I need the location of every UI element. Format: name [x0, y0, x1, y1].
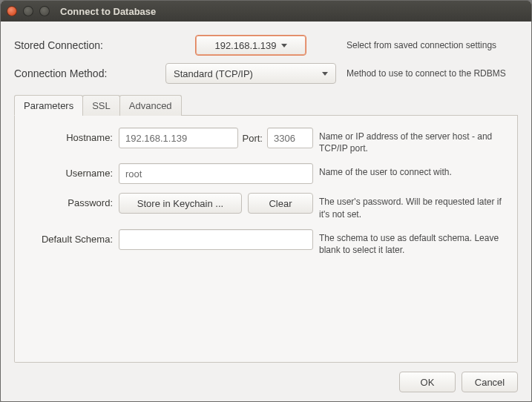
stored-connection-combo[interactable]: 192.168.1.139 [195, 35, 306, 56]
tab-advanced[interactable]: Advanced [119, 95, 182, 116]
tabbar: Parameters SSL Advanced [14, 94, 518, 116]
chevron-down-icon [281, 44, 287, 47]
parameters-panel: Hostname: Port: Name or IP address of th… [14, 116, 518, 363]
default-schema-label: Default Schema: [25, 229, 113, 245]
cancel-button[interactable]: Cancel [462, 372, 518, 392]
hostname-label: Hostname: [25, 128, 113, 143]
stored-connection-label: Stored Connection: [14, 39, 155, 51]
store-keychain-button[interactable]: Store in Keychain ... [119, 193, 242, 214]
default-schema-desc: The schema to use as default schema. Lea… [319, 229, 507, 256]
username-input[interactable] [119, 163, 313, 184]
username-desc: Name of the user to connect with. [319, 163, 507, 178]
stored-connection-value: 192.168.1.139 [214, 40, 276, 51]
connection-method-value: Standard (TCP/IP) [174, 68, 253, 79]
close-icon[interactable] [7, 6, 17, 16]
window-title: Connect to Database [60, 6, 156, 17]
dialog-window: Connect to Database Stored Connection: 1… [0, 0, 532, 402]
dialog-footer: OK Cancel [14, 363, 518, 392]
connection-method-label: Connection Method: [14, 67, 155, 79]
tab-parameters[interactable]: Parameters [14, 95, 83, 116]
dialog-content: Stored Connection: 192.168.1.139 Select … [1, 22, 531, 401]
connection-method-combo[interactable]: Standard (TCP/IP) [165, 63, 336, 84]
tab-ssl[interactable]: SSL [82, 95, 120, 116]
password-label: Password: [25, 193, 113, 208]
default-schema-input[interactable] [119, 229, 313, 250]
titlebar: Connect to Database [1, 1, 531, 22]
password-desc: The user's password. Will be requested l… [319, 193, 507, 220]
ok-button[interactable]: OK [399, 372, 456, 392]
port-label: Port: [243, 133, 263, 144]
stored-connection-desc: Select from saved connection settings [347, 40, 518, 50]
clear-password-button[interactable]: Clear [248, 193, 313, 214]
port-input[interactable] [267, 128, 313, 148]
connection-method-desc: Method to use to connect to the RDBMS [347, 68, 518, 79]
minimize-icon[interactable] [23, 6, 33, 16]
hostname-desc: Name or IP address of the server host - … [319, 128, 507, 154]
maximize-icon[interactable] [39, 6, 50, 16]
username-label: Username: [25, 163, 113, 179]
chevron-down-icon [322, 72, 328, 76]
hostname-input[interactable] [119, 128, 238, 148]
